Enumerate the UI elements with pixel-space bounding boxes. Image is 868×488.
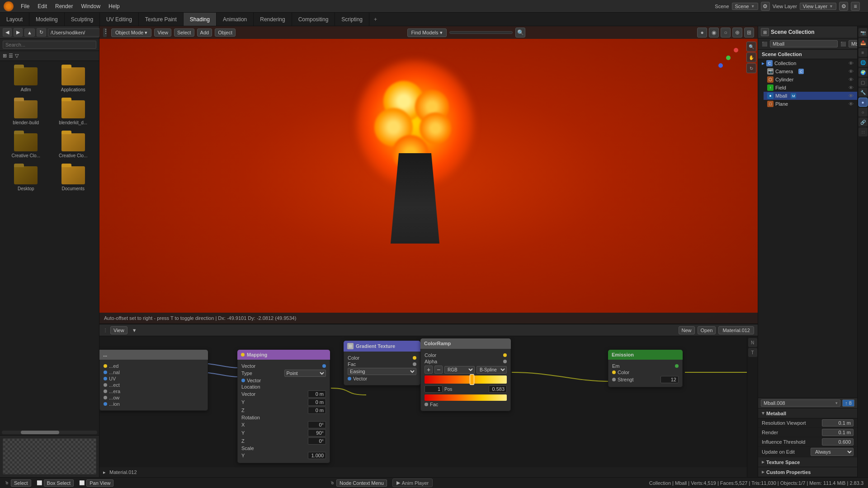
gizmo-z-axis[interactable] <box>718 63 723 68</box>
fb-item-desktop[interactable]: Desktop <box>5 164 47 193</box>
sc-plane-eye-icon[interactable]: 👁 <box>849 101 854 107</box>
ri-object-icon[interactable]: ▢ <box>859 78 868 87</box>
status-select-button[interactable]: Select <box>11 479 31 487</box>
ne-toggle-icon[interactable]: ▼ <box>132 328 137 333</box>
tab-texture-paint[interactable]: Texture Paint <box>139 13 184 26</box>
tab-rendering[interactable]: Rendering <box>254 13 292 26</box>
sc-item-camera[interactable]: 📷 Camera C 👁 <box>764 67 857 75</box>
search-bar[interactable] <box>449 31 513 34</box>
viewport-shading-render-icon[interactable]: ○ <box>721 28 731 38</box>
sc-camera-eye-icon[interactable]: 👁 <box>849 69 854 74</box>
viewport-drag-handle[interactable]: ⋮ <box>103 28 107 37</box>
prop-new-button[interactable]: ↑ 8 <box>842 399 854 407</box>
filter-icon[interactable]: ≡ <box>851 2 860 11</box>
status-box-select-button[interactable]: Box Select <box>44 479 74 487</box>
ri-render-icon[interactable]: 📷 <box>859 28 868 37</box>
node-emission-strength-value[interactable]: 12 <box>660 376 679 383</box>
node-partial-socket-1[interactable] <box>104 364 107 368</box>
sc-item-collection[interactable]: ▸ C Collection 👁 <box>758 59 857 67</box>
rp-icon-strip[interactable]: ⊞ <box>761 28 769 36</box>
ri-output-icon[interactable]: 📤 <box>859 38 868 47</box>
select-button[interactable]: Select <box>174 28 194 37</box>
node-mapping-roty-value[interactable]: 90° <box>308 429 326 436</box>
fb-item-adlm[interactable]: Adlm <box>5 66 47 94</box>
fb-back-button[interactable]: ◀ <box>3 28 12 37</box>
colorramp-stop-active[interactable] <box>470 374 474 385</box>
viewport-pan-icon[interactable]: ✋ <box>746 52 756 62</box>
ri-constraint-icon[interactable]: 🔗 <box>859 117 868 127</box>
sc-item-cylinder[interactable]: ⬡ Cylinder 👁 <box>764 75 857 84</box>
node-gradient-color-socket[interactable] <box>413 356 416 360</box>
gizmo-y-axis[interactable] <box>726 56 731 60</box>
metaball-section-title[interactable]: ▾ Metaball <box>758 408 857 418</box>
object-mode-button[interactable]: Object Mode ▾ <box>111 28 151 37</box>
viewport-xray-icon[interactable]: ⊞ <box>744 28 754 38</box>
ri-data-icon[interactable]: ● <box>859 98 868 107</box>
viewport-shading-solid-icon[interactable]: ● <box>697 28 707 38</box>
cr-pos-value[interactable]: 0.583 <box>489 385 507 393</box>
node-emission-strength-socket[interactable] <box>612 378 616 381</box>
node-canvas[interactable]: ... ...ed ...nal UV <box>99 336 758 477</box>
menu-help[interactable]: Help <box>105 2 123 10</box>
node-partial-socket-4[interactable] <box>104 383 107 387</box>
cr-stop-index[interactable]: 1 <box>425 385 443 393</box>
viewport-shading-material-icon[interactable]: ◉ <box>709 28 719 38</box>
node-mapping-scaley-value[interactable]: 1.000 <box>308 452 326 459</box>
tab-scripting[interactable]: Scripting <box>335 13 369 26</box>
fb-scrollbar-thumb[interactable] <box>21 431 59 434</box>
fb-item-documents[interactable]: Documents <box>52 164 95 193</box>
node-mapping-rotx-value[interactable]: 0° <box>308 421 326 428</box>
status-pan-button[interactable]: Pan View <box>86 479 113 487</box>
cr-interp-select[interactable]: B-Spline <box>476 366 507 374</box>
fb-item-creative2[interactable]: Creative Clo... <box>52 131 95 160</box>
find-models-button[interactable]: Find Models ▾ <box>407 28 447 37</box>
custom-properties-title[interactable]: ▸ Custom Properties <box>758 467 857 477</box>
node-partial-socket-3[interactable] <box>104 377 107 380</box>
node-editor-drag-icon[interactable]: ⋮ <box>103 328 108 333</box>
tab-compositing[interactable]: Compositing <box>292 13 335 26</box>
node-colorramp-color-socket[interactable] <box>503 353 507 357</box>
view-layer-selector[interactable]: View Layer ▼ <box>800 3 836 10</box>
node-gradient-easing-select[interactable]: Easing <box>348 368 416 375</box>
menu-window[interactable]: Window <box>77 2 104 10</box>
node-mapping-rotz-value[interactable]: 0° <box>308 437 326 445</box>
viewport-rotate-icon[interactable]: ↻ <box>746 63 756 73</box>
viewport-overlay-icon[interactable]: ⊕ <box>732 28 742 38</box>
scene-options-icon[interactable]: ⚙ <box>761 2 770 11</box>
node-gradient-fac-socket[interactable] <box>413 362 416 366</box>
sc-item-plane[interactable]: □ Plane 👁 <box>764 100 857 108</box>
fb-item-blender-build[interactable]: blender-build <box>5 99 47 127</box>
ne-sidebar-icon[interactable]: N <box>748 338 757 347</box>
node-emission-color-socket[interactable] <box>612 371 616 374</box>
fb-forward-button[interactable]: ▶ <box>14 28 23 37</box>
node-partial-socket-5[interactable] <box>104 389 107 393</box>
viewport-3d[interactable]: ⋮ Object Mode ▾ View Select Add Object F… <box>99 26 758 324</box>
ne-open-button[interactable]: Open <box>698 326 716 334</box>
node-colorramp-alpha-socket[interactable] <box>503 360 507 363</box>
fb-filter-icon[interactable]: ▽ <box>15 53 19 59</box>
node-partial-socket-6[interactable] <box>104 396 107 399</box>
menu-edit[interactable]: Edit <box>34 2 51 10</box>
object-button[interactable]: Object <box>215 28 236 37</box>
node-gradient-vector-socket[interactable] <box>348 377 351 380</box>
cr-remove-stop-button[interactable]: − <box>434 366 443 374</box>
fb-item-blenderkit[interactable]: blenderkit_d... <box>52 99 95 127</box>
tab-sculpting[interactable]: Sculpting <box>65 13 100 26</box>
fb-search-input[interactable] <box>3 41 96 49</box>
prop-update-select[interactable]: Always <box>811 448 854 456</box>
tab-modeling[interactable]: Modeling <box>29 13 65 26</box>
node-mapping-locy-value[interactable]: 0 m <box>308 399 326 406</box>
view-button[interactable]: View <box>154 28 171 37</box>
prop-influence-input[interactable] <box>822 438 854 446</box>
material-name-input[interactable]: Material.012 <box>718 326 754 334</box>
node-mapping-vector-in-socket[interactable] <box>241 379 245 382</box>
menu-render[interactable]: Render <box>52 2 76 10</box>
node-mapping-locx-value[interactable]: 0 m <box>308 390 326 398</box>
node-mapping-vector-socket[interactable] <box>322 364 326 368</box>
viewport-zoom-icon[interactable]: 🔍 <box>746 42 756 52</box>
fb-item-creative1[interactable]: Creative Clo... <box>5 131 47 160</box>
node-mapping-type-select[interactable]: Point <box>284 370 326 377</box>
fb-refresh-button[interactable]: ↻ <box>37 28 46 37</box>
ne-new-button[interactable]: New <box>679 326 695 334</box>
prop-res-render-input[interactable] <box>822 429 854 436</box>
